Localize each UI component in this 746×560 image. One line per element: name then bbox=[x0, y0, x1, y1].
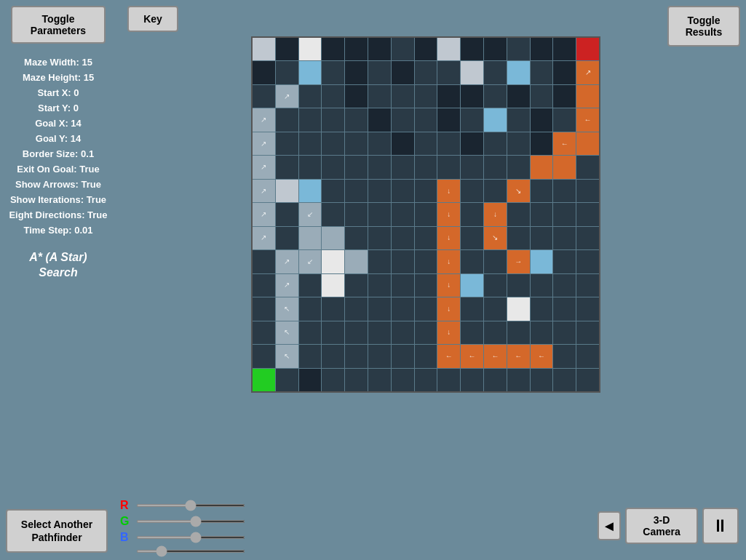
fourth-slider[interactable] bbox=[136, 550, 245, 553]
maze-cell bbox=[507, 203, 530, 225]
maze-cell bbox=[531, 108, 553, 131]
maze-cell bbox=[507, 156, 530, 178]
maze-cell: ↗ bbox=[253, 108, 275, 131]
maze-cell bbox=[553, 156, 576, 178]
maze-cell: ↓ bbox=[484, 203, 507, 225]
maze-cell: ← bbox=[553, 132, 576, 155]
maze-cell bbox=[345, 297, 368, 320]
rgb-sliders: R G B bbox=[120, 499, 245, 553]
maze-cell: ↘ bbox=[507, 180, 530, 202]
maze-cell bbox=[299, 61, 322, 84]
maze-cell bbox=[322, 297, 344, 320]
maze-cell bbox=[322, 203, 344, 225]
maze-cell: ↓ bbox=[437, 227, 460, 249]
maze-cell bbox=[576, 38, 599, 60]
maze-cell bbox=[345, 203, 368, 225]
maze-cell bbox=[415, 203, 437, 225]
maze-cell bbox=[322, 321, 344, 344]
maze-cell: ← bbox=[461, 345, 483, 367]
maze-cell bbox=[576, 250, 599, 273]
maze-cell bbox=[461, 250, 483, 273]
maze-cell bbox=[507, 297, 530, 320]
maze-cell bbox=[437, 38, 460, 60]
g-slider-row: G bbox=[120, 515, 245, 528]
maze-cell: ↙ bbox=[299, 203, 322, 225]
maze-cell bbox=[392, 345, 414, 367]
maze-cell bbox=[392, 250, 414, 273]
maze-cell: ↗ bbox=[253, 203, 275, 225]
maze-cell bbox=[576, 156, 599, 178]
camera-button[interactable]: 3-DCamera bbox=[625, 508, 698, 544]
maze-cell: ↖ bbox=[276, 321, 298, 344]
r-slider[interactable] bbox=[136, 504, 245, 507]
maze-cell bbox=[322, 132, 344, 155]
maze-cell bbox=[322, 38, 344, 60]
maze-cell bbox=[299, 369, 322, 391]
g-slider[interactable] bbox=[136, 520, 245, 523]
maze-cell bbox=[368, 180, 391, 202]
g-label: G bbox=[120, 515, 132, 528]
maze-cell bbox=[345, 345, 368, 367]
maze-cell bbox=[484, 250, 507, 273]
maze-cell bbox=[461, 61, 483, 84]
pause-button[interactable]: ⏸ bbox=[702, 508, 739, 544]
toggle-results-button[interactable]: ToggleResults bbox=[667, 6, 740, 47]
maze-cell: ↗ bbox=[276, 274, 298, 297]
maze-cell bbox=[576, 203, 599, 225]
back-button[interactable]: ◄ bbox=[598, 511, 621, 540]
maze-cell bbox=[392, 132, 414, 155]
maze-cell bbox=[345, 61, 368, 84]
maze-cell bbox=[276, 203, 298, 225]
maze-cell bbox=[461, 180, 483, 202]
algorithm-name: A* (A Star)Search bbox=[29, 250, 87, 281]
maze-cell: ↗ bbox=[253, 180, 275, 202]
select-pathfinder-button[interactable]: Select AnotherPathfinder bbox=[6, 509, 108, 553]
maze-cell bbox=[461, 108, 483, 131]
maze-cell bbox=[507, 321, 530, 344]
maze-cell bbox=[531, 369, 553, 391]
maze-cell bbox=[576, 274, 599, 297]
maze-cell bbox=[553, 321, 576, 344]
maze-container: ↗↗↗←↗←↗↗↓↘↗↙↓↓↗↓↘↗↙↓→↗↓↖↓↖↓↖←←←←← bbox=[251, 36, 600, 393]
param-goal-y: Goal Y: 14 bbox=[6, 133, 111, 144]
key-button[interactable]: Key bbox=[127, 6, 178, 32]
maze-cell bbox=[553, 61, 576, 84]
maze-cell bbox=[368, 132, 391, 155]
param-eight-directions: Eight Directions: True bbox=[6, 209, 111, 220]
maze-cell bbox=[461, 321, 483, 344]
maze-cell bbox=[322, 227, 344, 249]
maze-cell bbox=[322, 180, 344, 202]
param-time-step: Time Step: 0.01 bbox=[6, 225, 111, 236]
b-slider[interactable] bbox=[136, 536, 245, 539]
toggle-parameters-button[interactable]: ToggleParameters bbox=[11, 6, 106, 44]
maze-cell bbox=[253, 38, 275, 60]
maze-cell bbox=[576, 369, 599, 391]
maze-cell bbox=[322, 156, 344, 178]
maze-cell bbox=[253, 274, 275, 297]
maze-cell bbox=[322, 345, 344, 367]
maze-cell bbox=[507, 227, 530, 249]
maze-cell bbox=[299, 156, 322, 178]
maze-cell: ↓ bbox=[437, 250, 460, 273]
fourth-slider-row bbox=[120, 550, 245, 553]
maze-cell bbox=[576, 321, 599, 344]
maze-cell bbox=[461, 227, 483, 249]
maze-cell bbox=[368, 85, 391, 108]
maze-cell bbox=[531, 132, 553, 155]
maze-cell bbox=[531, 156, 553, 178]
maze-cell bbox=[531, 38, 553, 60]
param-start-y: Start Y: 0 bbox=[6, 103, 111, 113]
maze-cell bbox=[322, 61, 344, 84]
maze-cell bbox=[531, 203, 553, 225]
maze-cell bbox=[507, 85, 530, 108]
maze-cell bbox=[461, 132, 483, 155]
param-show-iterations: Show Iterations: True bbox=[6, 194, 111, 205]
maze-cell bbox=[576, 227, 599, 249]
maze-cell bbox=[276, 156, 298, 178]
maze-cell bbox=[392, 108, 414, 131]
maze-cell bbox=[345, 156, 368, 178]
maze-cell bbox=[345, 250, 368, 273]
maze-cell bbox=[345, 85, 368, 108]
maze-cell bbox=[415, 38, 437, 60]
maze-cell bbox=[322, 274, 344, 297]
